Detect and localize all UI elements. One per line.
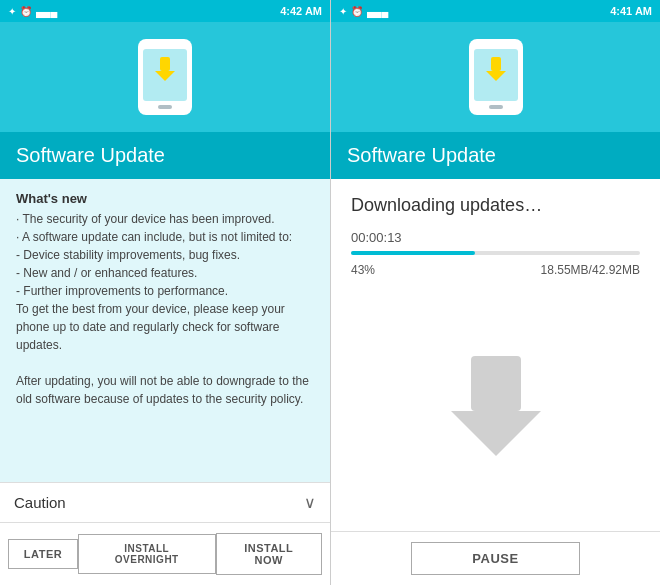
progress-bar-fill xyxy=(351,251,475,255)
big-arrow-shaft xyxy=(471,356,521,411)
right-signal-icon: ▄▄▄ xyxy=(367,6,388,17)
progress-percent: 43% xyxy=(351,263,375,277)
left-time: 4:42 AM xyxy=(280,5,322,17)
chevron-down-icon: ∨ xyxy=(304,493,316,512)
download-arrow-icon xyxy=(155,57,175,81)
later-button[interactable]: LATER xyxy=(8,539,78,569)
pause-footer: PAUSE xyxy=(331,531,660,585)
big-download-arrow-area xyxy=(351,297,640,515)
left-status-bar: ✦ ⏰ ▄▄▄ 4:42 AM xyxy=(0,0,330,22)
bluetooth-icon: ✦ xyxy=(8,6,16,17)
right-panel: ✦ ⏰ ▄▄▄ 4:41 AM Software Update xyxy=(330,0,660,585)
right-content-header: Software Update xyxy=(331,132,660,179)
big-arrow-head xyxy=(451,411,541,456)
download-body: Downloading updates… 00:00:13 43% 18.55M… xyxy=(331,179,660,531)
right-status-bar: ✦ ⏰ ▄▄▄ 4:41 AM xyxy=(331,0,660,22)
right-phone-body xyxy=(469,39,523,115)
alarm-icon: ⏰ xyxy=(20,6,32,17)
caution-label: Caution xyxy=(14,494,66,511)
install-overnight-button[interactable]: INSTALL OVERNIGHT xyxy=(78,534,216,574)
phone-home-button xyxy=(158,105,172,109)
right-hero xyxy=(331,22,660,132)
arrow-shaft xyxy=(160,57,170,71)
left-content-header: Software Update xyxy=(0,132,330,179)
install-now-button[interactable]: INSTALL NOW xyxy=(216,533,323,575)
right-status-icons: ✦ ⏰ ▄▄▄ xyxy=(339,6,388,17)
right-time: 4:41 AM xyxy=(610,5,652,17)
right-arrow-head xyxy=(486,71,506,81)
left-title: Software Update xyxy=(16,144,165,166)
left-footer-buttons: LATER INSTALL OVERNIGHT INSTALL NOW xyxy=(0,522,330,585)
left-content-body: What's new · The security of your device… xyxy=(0,179,330,482)
phone-body xyxy=(138,39,192,115)
progress-bar-track xyxy=(351,251,640,255)
right-download-arrow-icon xyxy=(486,57,506,81)
right-phone-icon xyxy=(469,39,523,115)
big-download-arrow xyxy=(451,356,541,456)
timer-text: 00:00:13 xyxy=(351,230,640,245)
right-bluetooth-icon: ✦ xyxy=(339,6,347,17)
left-hero xyxy=(0,22,330,132)
phone-screen xyxy=(143,49,187,101)
right-status-right: 4:41 AM xyxy=(610,5,652,17)
signal-icon: ▄▄▄ xyxy=(36,6,57,17)
right-phone-home-button xyxy=(489,105,503,109)
right-arrow-shaft xyxy=(491,57,501,71)
progress-size: 18.55MB/42.92MB xyxy=(541,263,640,277)
whats-new-text: · The security of your device has been i… xyxy=(16,210,314,408)
left-status-right: 4:42 AM xyxy=(280,5,322,17)
right-title: Software Update xyxy=(347,144,496,166)
right-phone-screen xyxy=(474,49,518,101)
whats-new-title: What's new xyxy=(16,191,314,206)
phone-icon xyxy=(138,39,192,115)
left-panel: ✦ ⏰ ▄▄▄ 4:42 AM Software Update xyxy=(0,0,330,585)
arrow-head xyxy=(155,71,175,81)
right-alarm-icon: ⏰ xyxy=(351,6,363,17)
pause-button[interactable]: PAUSE xyxy=(411,542,579,575)
left-status-icons: ✦ ⏰ ▄▄▄ xyxy=(8,6,57,17)
caution-section[interactable]: Caution ∨ xyxy=(0,482,330,522)
downloading-title: Downloading updates… xyxy=(351,195,640,216)
progress-info: 43% 18.55MB/42.92MB xyxy=(351,263,640,277)
